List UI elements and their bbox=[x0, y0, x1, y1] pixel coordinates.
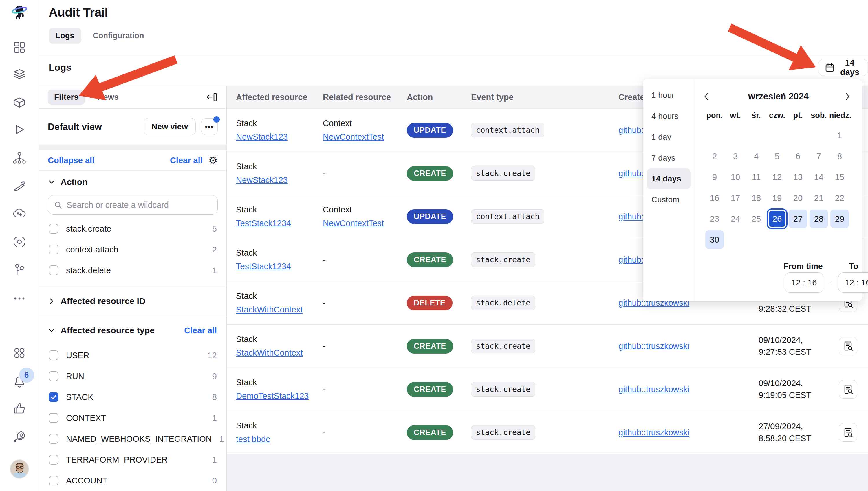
filter-option[interactable]: stack.delete 1 bbox=[39, 260, 226, 281]
calendar-day[interactable]: 19 bbox=[768, 189, 786, 207]
from-time-field[interactable]: 12 : 16 bbox=[785, 272, 824, 293]
table-row[interactable]: Stack StackWithContext - CREATE stack.cr… bbox=[227, 325, 868, 368]
checkbox[interactable] bbox=[49, 392, 59, 402]
filters-tab[interactable]: Filters bbox=[48, 90, 85, 105]
checkbox[interactable] bbox=[49, 434, 59, 444]
dashboard-icon[interactable] bbox=[12, 40, 26, 54]
resource-link[interactable]: StackWithContext bbox=[236, 305, 303, 314]
calendar-day[interactable]: 29 bbox=[830, 209, 849, 228]
resource-link[interactable]: TestStack1234 bbox=[236, 219, 291, 228]
view-more-button[interactable]: ••• bbox=[201, 118, 218, 135]
calendar-day[interactable]: 3 bbox=[726, 147, 745, 166]
resource-link[interactable]: StackWithContext bbox=[236, 348, 303, 357]
notifications-bell-icon[interactable]: 6 bbox=[12, 374, 27, 388]
to-time-field[interactable]: 12 : 16 bbox=[838, 272, 868, 293]
resource-link[interactable]: NewStack123 bbox=[236, 175, 288, 185]
user-avatar[interactable] bbox=[10, 459, 29, 479]
filter-option[interactable]: RUN 9 bbox=[39, 366, 226, 387]
checkbox[interactable] bbox=[49, 455, 59, 465]
checkbox[interactable] bbox=[49, 475, 59, 486]
calendar-day[interactable]: 23 bbox=[705, 209, 724, 228]
calendar-day[interactable]: 13 bbox=[789, 168, 807, 186]
filter-option[interactable]: CONTEXT 1 bbox=[39, 407, 226, 428]
chevron-down-icon[interactable] bbox=[48, 178, 55, 186]
checkbox[interactable] bbox=[49, 224, 59, 234]
quick-range-option[interactable]: 1 hour bbox=[647, 85, 690, 106]
quick-range-option[interactable]: 14 days bbox=[647, 168, 690, 189]
policies-tools-icon[interactable] bbox=[12, 178, 26, 193]
filter-option[interactable]: stack.create 5 bbox=[39, 218, 226, 239]
worker-pools-icon[interactable] bbox=[12, 151, 26, 165]
quick-range-option[interactable]: 4 hours bbox=[647, 106, 690, 127]
quick-range-option[interactable]: 7 days bbox=[647, 147, 690, 168]
calendar-day[interactable]: 18 bbox=[747, 189, 766, 207]
checkbox[interactable] bbox=[49, 244, 59, 255]
whats-new-rocket-icon[interactable] bbox=[12, 429, 27, 443]
calendar-day[interactable]: 9 bbox=[705, 168, 724, 186]
calendar-day[interactable]: 28 bbox=[809, 209, 828, 228]
type-clear-all-link[interactable]: Clear all bbox=[184, 326, 217, 335]
calendar-day[interactable]: 17 bbox=[726, 189, 745, 207]
checkbox[interactable] bbox=[49, 350, 59, 360]
calendar-day[interactable]: 16 bbox=[705, 189, 724, 207]
feedback-thumbs-up-icon[interactable] bbox=[12, 401, 26, 415]
blueprint-cube-icon[interactable] bbox=[12, 96, 26, 110]
tab-configuration[interactable]: Configuration bbox=[93, 31, 144, 40]
spacelift-logo[interactable] bbox=[11, 4, 28, 22]
tab-logs[interactable]: Logs bbox=[49, 28, 81, 44]
resource-link[interactable]: test bbdc bbox=[236, 434, 270, 444]
source-control-branch-icon[interactable] bbox=[12, 263, 26, 277]
calendar-day[interactable]: 14 bbox=[809, 168, 828, 186]
filter-option[interactable]: context.attach 2 bbox=[39, 239, 226, 260]
calendar-day[interactable]: 11 bbox=[747, 168, 766, 186]
cloud-integrations-icon[interactable] bbox=[12, 206, 26, 220]
calendar-day[interactable]: 1 bbox=[830, 126, 849, 145]
checkbox[interactable] bbox=[49, 413, 59, 423]
runs-play-icon[interactable] bbox=[12, 123, 26, 137]
view-log-details-button[interactable] bbox=[839, 380, 857, 399]
filter-option[interactable]: STACK 8 bbox=[39, 387, 226, 407]
collapse-panel-icon[interactable] bbox=[206, 91, 218, 103]
filter-settings-gear-icon[interactable]: ⚙ bbox=[209, 155, 218, 166]
views-tab[interactable]: Views bbox=[96, 92, 119, 102]
calendar-day[interactable]: 10 bbox=[726, 168, 745, 186]
filter-option[interactable]: NAMED_WEBHOOKS_INTEGRATION 1 bbox=[39, 428, 226, 449]
chevron-right-icon[interactable] bbox=[48, 297, 55, 305]
calendar-day[interactable]: 4 bbox=[747, 147, 766, 166]
filter-option[interactable]: USER 12 bbox=[39, 345, 226, 366]
launchpad-apps-icon[interactable] bbox=[12, 346, 26, 360]
collapse-all-link[interactable]: Collapse all bbox=[48, 156, 94, 165]
created-by-link[interactable]: github::truszkowski bbox=[618, 385, 689, 394]
resource-link[interactable]: TestStack1234 bbox=[236, 262, 291, 271]
calendar-day[interactable]: 22 bbox=[830, 189, 849, 207]
table-row[interactable]: Stack test bbdc - CREATE stack.create gi… bbox=[227, 411, 868, 454]
stacks-icon[interactable] bbox=[12, 67, 26, 81]
calendar-day[interactable]: 8 bbox=[830, 147, 849, 166]
resources-scan-icon[interactable] bbox=[12, 235, 26, 249]
clear-all-link[interactable]: Clear all bbox=[170, 156, 203, 165]
calendar-day[interactable]: 21 bbox=[809, 189, 828, 207]
quick-range-option[interactable]: 1 day bbox=[647, 127, 690, 147]
checkbox[interactable] bbox=[49, 265, 59, 276]
checkbox[interactable] bbox=[49, 371, 59, 381]
resource-link[interactable]: NewStack123 bbox=[236, 132, 288, 141]
new-view-button[interactable]: New view bbox=[144, 118, 196, 135]
calendar-day[interactable]: 2 bbox=[705, 147, 724, 166]
related-link[interactable]: NewContextTest bbox=[323, 219, 384, 228]
calendar-day[interactable]: 20 bbox=[789, 189, 807, 207]
view-log-details-button[interactable] bbox=[839, 423, 857, 442]
quick-range-option[interactable]: Custom bbox=[647, 189, 690, 210]
more-menu-icon[interactable] bbox=[12, 292, 26, 306]
calendar-day[interactable]: 5 bbox=[768, 147, 786, 166]
calendar-day[interactable]: 27 bbox=[789, 209, 807, 228]
calendar-day[interactable]: 26 bbox=[768, 209, 786, 228]
related-link[interactable]: NewContextTest bbox=[323, 132, 384, 141]
created-by-link[interactable]: github::truszkowski bbox=[618, 341, 689, 351]
created-by-link[interactable]: github::truszkowski bbox=[618, 428, 689, 437]
calendar-day[interactable]: 12 bbox=[768, 168, 786, 186]
chevron-down-icon[interactable] bbox=[48, 327, 55, 334]
calendar-day[interactable]: 6 bbox=[789, 147, 807, 166]
calendar-day[interactable]: 24 bbox=[726, 209, 745, 228]
calendar-day[interactable]: 15 bbox=[830, 168, 849, 186]
calendar-day[interactable]: 30 bbox=[705, 230, 724, 249]
